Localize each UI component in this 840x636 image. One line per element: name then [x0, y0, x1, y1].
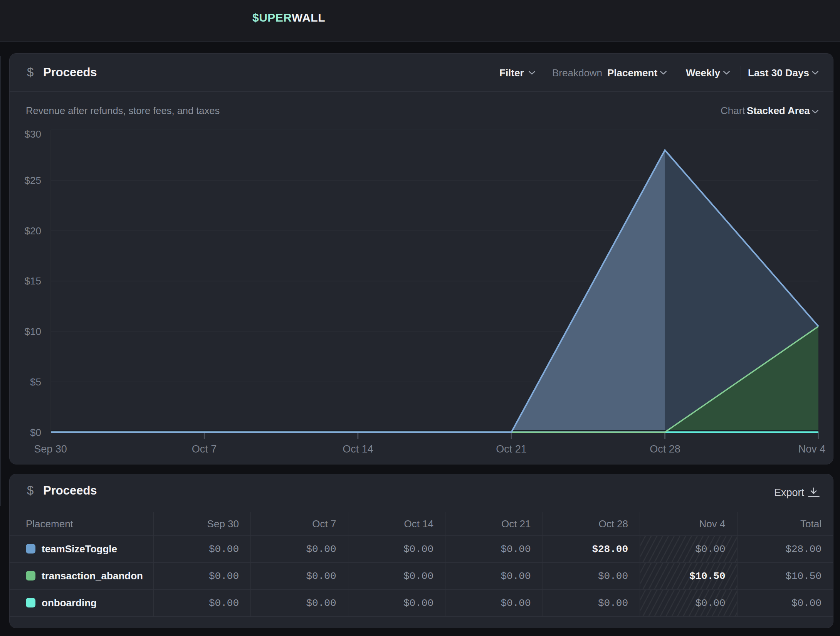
- svg-text:$5: $5: [30, 376, 41, 388]
- svg-text:Oct 21: Oct 21: [496, 443, 527, 455]
- svg-text:$30: $30: [25, 128, 41, 140]
- svg-text:Oct 28: Oct 28: [650, 443, 680, 455]
- svg-text:$0: $0: [30, 427, 41, 438]
- svg-text:$10: $10: [25, 326, 41, 337]
- svg-text:$15: $15: [25, 275, 41, 287]
- svg-text:Nov 4: Nov 4: [798, 443, 826, 455]
- svg-text:$25: $25: [25, 175, 41, 186]
- svg-text:$20: $20: [25, 225, 41, 237]
- svg-text:Sep 30: Sep 30: [34, 443, 67, 455]
- svg-text:Oct 7: Oct 7: [192, 443, 217, 455]
- svg-text:Oct 14: Oct 14: [343, 443, 373, 455]
